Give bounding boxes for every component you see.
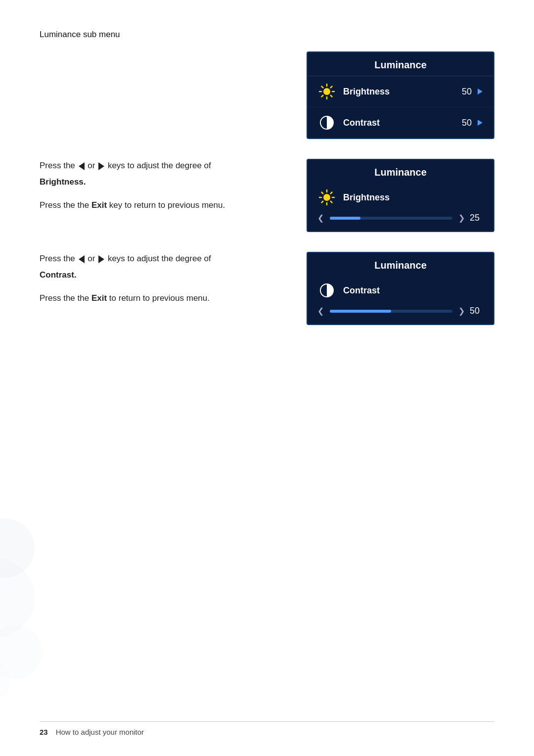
osd-contrast-value: 50 [462,118,472,128]
contrast-exit-press: Press the [40,293,75,303]
osd-contrast-arrow [478,120,483,126]
contrast-bold: Contrast. [40,270,77,280]
contrast-instruction-block: Press the or keys to adjust the degree o… [40,252,287,282]
background-decoration [0,499,89,697]
brightness-sub-panel: Luminance [307,159,494,232]
contrast-slider-fill [330,310,391,313]
brightness-keys-text: keys to adjust the degree of [108,161,211,170]
osd-contrast-label: Contrast [343,118,462,128]
svg-point-0 [323,88,330,95]
svg-line-5 [322,87,323,88]
brightness-section: Press the or keys to adjust the degree o… [40,159,494,247]
osd-brightness-row: Brightness 50 [308,76,493,107]
brightness-sub-osd-container: Luminance [307,159,494,247]
brightness-icon [317,82,336,101]
svg-line-17 [331,192,332,194]
contrast-sub-osd-container: Luminance Contrast ❮ ❯ [307,252,494,340]
right-arrow-icon-brightness [98,162,104,170]
contrast-or: or [88,254,95,263]
contrast-sub-panel: Luminance Contrast ❮ ❯ [307,252,494,325]
contrast-exit-suffix: to return to previous menu. [109,293,210,303]
svg-line-6 [331,95,332,97]
main-osd-container: Luminance [307,51,494,154]
osd-contrast-row: Contrast 50 [308,107,493,138]
contrast-slider-right-arrow: ❯ [458,306,465,316]
contrast-bold-label: Contrast. [40,268,287,282]
svg-line-16 [331,201,332,203]
footer-page-number: 23 [40,728,48,736]
svg-line-18 [322,201,323,203]
contrast-instruction-line1: Press the or keys to adjust the degree o… [40,252,287,265]
contrast-exit-block: Press the the Exit to return to previous… [40,291,287,305]
contrast-slider-track [330,310,452,313]
brightness-sub-label: Brightness [343,192,484,203]
contrast-exit-line: Press the the Exit to return to previous… [40,291,287,305]
brightness-instruction-line1: Press the or keys to adjust the degree o… [40,159,287,172]
svg-line-15 [322,192,323,194]
brightness-slider-fill [330,217,360,220]
brightness-bold: Brightness. [40,177,86,187]
contrast-sub-icon [317,281,336,300]
svg-point-22 [0,625,42,679]
brightness-exit-block: Press the the Exit key to return to prev… [40,198,287,212]
contrast-sub-item: Contrast [308,276,493,302]
svg-line-7 [331,87,332,88]
main-osd-panel: Luminance [307,51,494,139]
brightness-or: or [88,161,95,170]
brightness-slider-track [330,217,452,220]
contrast-section: Press the or keys to adjust the degree o… [40,252,494,340]
contrast-sub-label: Contrast [343,285,484,296]
page: Luminance sub menu Luminance [0,0,534,756]
brightness-slider-row: ❮ ❯ 25 [308,209,493,231]
brightness-sub-title: Luminance [308,160,493,183]
left-arrow-icon-contrast [79,255,85,263]
page-footer: 23 How to adjust your monitor [40,721,494,736]
svg-line-8 [322,95,323,97]
brightness-exit-line: Press the the Exit key to return to prev… [40,198,287,212]
main-osd-title: Luminance [308,52,493,76]
contrast-sub-title: Luminance [308,253,493,276]
brightness-press-the: Press the [40,161,75,170]
footer-label: How to adjust your monitor [56,728,144,736]
osd-brightness-label: Brightness [343,87,462,97]
brightness-bold-label: Brightness. [40,175,287,189]
brightness-sub-icon [317,188,336,207]
svg-point-20 [0,519,35,578]
brightness-exit-press: Press the [40,200,75,210]
contrast-instructions: Press the or keys to adjust the degree o… [40,252,307,315]
contrast-press-the: Press the [40,254,75,263]
brightness-slider-left-arrow: ❮ [317,213,324,223]
contrast-icon [317,113,336,132]
svg-point-23 [0,657,10,697]
osd-brightness-arrow [478,89,483,94]
osd-brightness-value: 50 [462,87,472,97]
contrast-slider-row: ❮ ❯ 50 [308,302,493,324]
contrast-exit-bold: Exit [91,293,107,303]
brightness-instruction-block: Press the or keys to adjust the degree o… [40,159,287,189]
right-arrow-icon-contrast [98,255,104,263]
brightness-slider-right-arrow: ❯ [458,213,465,223]
brightness-exit-bold: Exit [91,200,107,210]
brightness-exit-suffix: key to return to previous menu. [109,200,225,210]
brightness-sub-item: Brightness [308,183,493,209]
contrast-slider-value: 50 [470,306,484,316]
left-arrow-icon-brightness [79,162,85,170]
svg-point-21 [0,558,35,637]
contrast-keys-text: keys to adjust the degree of [108,254,211,263]
brightness-slider-value: 25 [470,213,484,223]
top-area: Luminance [40,51,494,154]
contrast-slider-left-arrow: ❮ [317,306,324,316]
section-heading: Luminance sub menu [40,30,494,40]
brightness-instructions: Press the or keys to adjust the degree o… [40,159,307,222]
svg-point-10 [323,194,330,201]
